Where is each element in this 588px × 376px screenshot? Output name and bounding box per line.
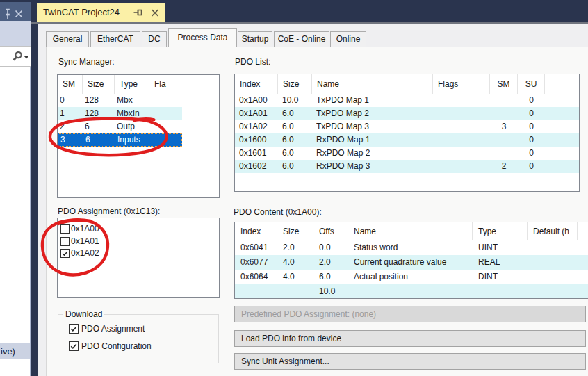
table-row[interactable]: 0x60774.02.0Current quadrature valueREAL — [235, 255, 588, 270]
table-cell — [490, 147, 518, 160]
close-icon[interactable] — [15, 10, 23, 18]
table-cell: Actual position — [348, 270, 473, 284]
table-cell: 6.0 — [313, 270, 348, 284]
table-cell: 6 — [83, 120, 115, 133]
document-tab[interactable]: TwinCAT Project24 — [37, 3, 165, 22]
search-box[interactable] — [0, 46, 31, 67]
table-row[interactable]: 1128MbxIn — [58, 107, 182, 120]
column-header[interactable]: SM — [490, 74, 518, 94]
pdo-list-label: PDO List: — [235, 57, 270, 67]
search-dropdown-icon[interactable] — [24, 56, 29, 59]
column-header[interactable]: Size — [83, 75, 115, 94]
table-cell: 3 — [58, 134, 83, 146]
column-header[interactable]: SU — [518, 74, 545, 94]
tool-window-titlebar — [0, 2, 31, 21]
table-row[interactable]: 10.0 — [235, 284, 588, 299]
column-header[interactable]: Type — [115, 75, 149, 94]
download-checkbox-pdo-configuration[interactable] — [69, 341, 79, 351]
table-cell: 3 — [490, 120, 518, 133]
sync-manager-table[interactable]: SMSizeTypeFla0128Mbx1128MbxIn26Outp36Inp… — [57, 74, 220, 198]
table-row[interactable]: 0x1A0010.0TxPDO Map 10 — [235, 94, 579, 107]
pdo-assignment-checkbox-0x1A00[interactable] — [60, 224, 70, 234]
pdo-assignment-item-label: 0x1A01 — [71, 236, 99, 247]
column-header[interactable]: Type — [473, 222, 528, 240]
search-icon — [12, 50, 24, 63]
table-cell — [150, 134, 182, 146]
pin-icon[interactable] — [3, 8, 12, 19]
pdo-assignment-checkbox-0x1A02[interactable] — [60, 249, 70, 258]
table-cell: 4.0 — [277, 255, 313, 270]
table-row[interactable]: 36Inputs — [58, 133, 182, 147]
tab-process-data[interactable]: Process Data — [168, 28, 237, 47]
table-cell — [149, 120, 181, 133]
table-cell: 2.0 — [313, 255, 348, 270]
sync-unit-assignment-button[interactable]: Sync Unit Assignment... — [234, 353, 586, 370]
table-row[interactable]: 0x1A026.0TxPDO Map 330 — [235, 120, 579, 133]
table-row[interactable]: 0128Mbx — [58, 94, 182, 107]
tab-pin-icon[interactable] — [133, 9, 142, 17]
table-cell: 128 — [83, 94, 115, 107]
tab-coe-online[interactable]: CoE - Online — [274, 31, 329, 47]
column-header[interactable]: Name — [348, 222, 473, 240]
splitter[interactable] — [31, 0, 36, 376]
table-cell — [528, 255, 578, 270]
table-cell: 0x1A01 — [235, 107, 278, 120]
table-cell: 6.0 — [278, 147, 312, 160]
table-cell: 0x6041 — [235, 240, 277, 255]
table-cell: 0x1600 — [235, 133, 278, 147]
column-header[interactable]: Name — [312, 74, 433, 94]
table-row[interactable]: 0x60412.00.0Status wordUINT — [235, 240, 588, 255]
table-cell: 2 — [490, 160, 518, 173]
table-header: IndexSizeOffsNameTypeDefault (h — [235, 222, 588, 240]
tab-dc[interactable]: DC — [142, 31, 167, 47]
table-cell: Mbx — [115, 94, 149, 107]
column-header[interactable]: Index — [235, 74, 278, 94]
table-row[interactable]: 0x1A016.0TxPDO Map 20 — [235, 107, 579, 120]
table-cell — [348, 284, 473, 299]
load-pdo-info-button[interactable]: Load PDO info from device — [234, 330, 586, 347]
table-cell — [490, 107, 518, 120]
pdo-assignment-label: PDO Assignment (0x1C13): — [58, 206, 160, 216]
table-cell — [433, 147, 490, 160]
table-cell: TxPDO Map 2 — [312, 107, 433, 120]
table-cell — [473, 284, 528, 299]
table-cell — [235, 284, 277, 299]
table-cell: RxPDO Map 1 — [312, 133, 433, 147]
column-header[interactable]: SM — [58, 75, 83, 94]
table-cell: RxPDO Map 3 — [312, 160, 433, 173]
pdo-content-table[interactable]: IndexSizeOffsNameTypeDefault (h0x60412.0… — [234, 222, 588, 299]
column-header[interactable]: Flags — [433, 74, 490, 94]
pdo-assignment-checkbox-0x1A01[interactable] — [60, 237, 70, 246]
tab-close-icon[interactable] — [151, 9, 159, 17]
column-header[interactable]: Default (h — [528, 222, 578, 240]
download-item-label: PDO Assignment — [81, 324, 145, 334]
column-header[interactable]: Index — [235, 222, 277, 240]
column-header[interactable]: Offs — [313, 222, 348, 240]
table-cell: 0 — [518, 147, 545, 160]
download-checkbox-pdo-assignment[interactable] — [69, 324, 79, 334]
column-header[interactable]: Size — [277, 222, 313, 240]
table-cell: 0x1601 — [235, 147, 278, 160]
table-row[interactable]: 0x16016.0RxPDO Map 20 — [235, 147, 579, 160]
tool-window-toolbar — [0, 21, 31, 46]
tab-online[interactable]: Online — [330, 31, 366, 47]
tab-general[interactable]: General — [46, 31, 89, 47]
table-row[interactable]: 0x16006.0RxPDO Map 10 — [235, 133, 579, 147]
table-cell — [149, 107, 181, 120]
pdo-list-table[interactable]: IndexSizeNameFlagsSMSU0x1A0010.0TxPDO Ma… — [234, 74, 580, 192]
download-group-label: Download — [63, 309, 104, 319]
tab-ethercat[interactable]: EtherCAT — [90, 31, 140, 47]
table-cell — [433, 160, 490, 173]
tree-item-highlighted[interactable]: ive) — [0, 343, 30, 359]
pdo-assignment-item-label: 0x1A02 — [71, 248, 99, 259]
column-header[interactable]: Size — [278, 74, 312, 94]
pdo-assignment-listbox[interactable]: 0x1A000x1A010x1A02 — [57, 218, 220, 298]
table-row[interactable]: 26Outp — [58, 120, 182, 133]
table-cell — [433, 120, 490, 133]
table-row[interactable]: 0x16026.0RxPDO Map 320 — [235, 160, 579, 173]
table-cell: 0x1A00 — [235, 94, 278, 107]
table-row[interactable]: 0x60644.06.0Actual positionDINT — [235, 270, 588, 284]
tab-startup[interactable]: Startup — [238, 31, 272, 47]
table-cell: 0x6077 — [235, 255, 277, 270]
column-header[interactable]: Fla — [149, 75, 181, 94]
